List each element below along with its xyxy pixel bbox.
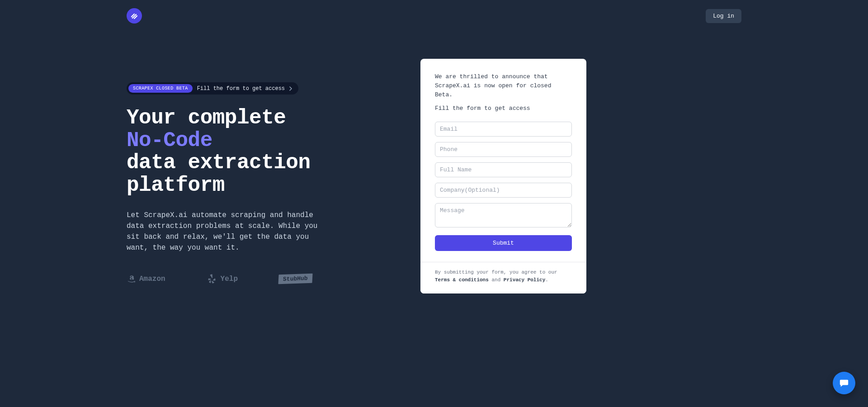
privacy-link[interactable]: Privacy Policy: [504, 277, 545, 283]
brand-yelp-label: Yelp: [221, 275, 238, 283]
beta-pill: SCRAPEX CLOSED BETA: [128, 84, 193, 93]
beta-badge-row[interactable]: SCRAPEX CLOSED BETA Fill the form to get…: [127, 82, 298, 95]
card-intro-text: We are thrilled to announce that ScrapeX…: [435, 72, 572, 99]
brand-amazon: Amazon: [127, 274, 165, 284]
brand-amazon-label: Amazon: [139, 275, 165, 283]
site-header: Log in: [0, 0, 868, 32]
card-footer: By submitting your form, you agree to ou…: [420, 262, 586, 293]
brand-stubhub-label: StubHub: [278, 274, 312, 284]
headline-accent: No-Code: [127, 129, 212, 152]
login-button[interactable]: Log in: [706, 9, 741, 23]
chat-icon: [839, 378, 849, 388]
logo-icon[interactable]: [127, 8, 142, 24]
terms-link[interactable]: Terms & conditions: [435, 277, 489, 283]
hero-subtext: Let ScrapeX.ai automate scraping and han…: [127, 210, 335, 253]
legal-suffix: .: [545, 277, 548, 283]
submit-button[interactable]: Submit: [435, 235, 572, 251]
legal-prefix: By submitting your form, you agree to ou…: [435, 270, 557, 275]
signup-card-body: We are thrilled to announce that ScrapeX…: [420, 59, 586, 262]
card-sub-text: Fill the form to get access: [435, 105, 572, 112]
hero-right: We are thrilled to announce that ScrapeX…: [420, 59, 586, 293]
brand-yelp: Yelp: [206, 273, 238, 285]
page-headline: Your complete No-Code data extraction pl…: [127, 107, 380, 197]
beta-badge-text: Fill the form to get access: [197, 85, 285, 92]
phone-field[interactable]: [435, 142, 572, 157]
main-content: SCRAPEX CLOSED BETA Fill the form to get…: [0, 32, 868, 293]
signup-card: We are thrilled to announce that ScrapeX…: [420, 59, 586, 293]
brand-stubhub: StubHub: [278, 274, 312, 284]
yelp-icon: [206, 273, 218, 285]
hero-left: SCRAPEX CLOSED BETA Fill the form to get…: [127, 59, 380, 293]
email-field[interactable]: [435, 122, 572, 137]
legal-and: and: [489, 277, 504, 283]
message-field[interactable]: [435, 203, 572, 227]
brand-row: Amazon Yelp StubHub: [127, 273, 380, 285]
headline-line3: data extraction platform: [127, 151, 311, 197]
chat-fab-button[interactable]: [833, 372, 855, 394]
amazon-icon: [127, 274, 137, 284]
chevron-right-icon: [288, 86, 293, 91]
fullname-field[interactable]: [435, 162, 572, 177]
company-field[interactable]: [435, 183, 572, 198]
headline-line1: Your complete: [127, 106, 286, 130]
